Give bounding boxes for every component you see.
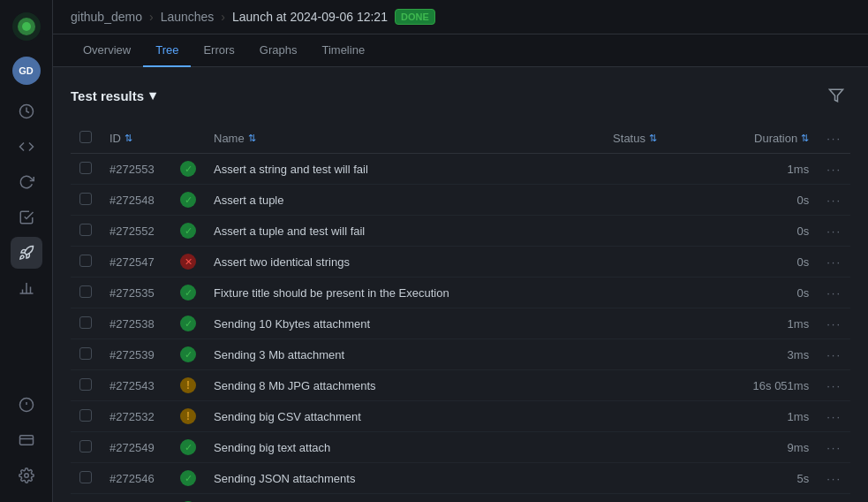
row-checkbox[interactable] (79, 285, 92, 298)
alert-icon[interactable] (11, 389, 42, 421)
row-status-text (604, 370, 701, 401)
row-more[interactable]: ··· (818, 494, 850, 503)
row-duration: 0s (701, 185, 818, 216)
breadcrumb-project[interactable]: github_demo (71, 10, 142, 24)
row-more[interactable]: ··· (818, 401, 850, 432)
avatar[interactable]: GD (12, 57, 41, 85)
duration-sort-icon[interactable]: ⇅ (801, 133, 809, 144)
row-name[interactable]: Fixture title should be present in the E… (205, 278, 604, 308)
row-name[interactable]: Sending 10 Kbytes attachment (205, 308, 604, 339)
table-row: #272532 ! Sending big CSV attachment 1ms… (71, 401, 850, 432)
refresh-icon[interactable] (11, 166, 42, 198)
row-status-icon: ✓ (171, 216, 205, 247)
row-name[interactable]: Sending big CSV attachment (205, 401, 604, 432)
card-icon[interactable] (11, 424, 42, 456)
pass-icon: ✓ (180, 161, 196, 177)
row-checkbox-cell (71, 432, 101, 463)
row-more[interactable]: ··· (818, 247, 850, 278)
row-name[interactable]: Assert a tuple and test will fail (205, 216, 604, 247)
row-name[interactable]: Assert a tuple (205, 185, 604, 216)
column-options-icon[interactable]: ··· (826, 132, 842, 145)
table-row: #272546 ✓ Sending JSON attachments 5s ··… (71, 463, 850, 494)
row-more[interactable]: ··· (818, 185, 850, 216)
table-row: #272538 ✓ Sending 10 Kbytes attachment 1… (71, 308, 850, 339)
table-row: #272547 ✕ Assert two identical strings 0… (71, 247, 850, 278)
row-checkbox[interactable] (79, 193, 92, 205)
th-status-icon (171, 124, 205, 154)
row-duration: 3ms (701, 339, 818, 370)
row-checkbox[interactable] (79, 255, 92, 267)
th-id: ID ⇅ (101, 124, 171, 154)
row-checkbox[interactable] (79, 224, 92, 236)
row-name[interactable]: Assert a string and test will fail (205, 154, 604, 185)
row-duration: 5s (701, 463, 818, 494)
filter-button[interactable] (822, 81, 850, 110)
tab-tree[interactable]: Tree (143, 34, 191, 67)
select-all-checkbox[interactable] (79, 131, 92, 143)
row-more[interactable]: ··· (818, 463, 850, 494)
row-name[interactable]: Sending medium CSV attachment (205, 494, 604, 503)
row-id[interactable]: #272543 (101, 370, 171, 401)
table-row: #272543 ! Sending 8 Mb JPG attachments 1… (71, 370, 850, 401)
clock-icon[interactable] (11, 95, 42, 127)
fail-icon: ✕ (180, 254, 196, 270)
row-id[interactable]: #272538 (101, 308, 171, 339)
row-checkbox-cell (71, 339, 101, 370)
tasks-icon[interactable] (11, 202, 42, 233)
row-checkbox[interactable] (79, 316, 92, 329)
rocket-icon[interactable] (11, 237, 42, 269)
breadcrumb: github_demo › Launches › Launch at 2024-… (71, 9, 435, 25)
row-more[interactable]: ··· (818, 278, 850, 308)
row-id[interactable]: #272548 (101, 185, 171, 216)
tab-errors[interactable]: Errors (191, 34, 246, 67)
id-sort-icon[interactable]: ⇅ (125, 133, 132, 144)
tab-overview[interactable]: Overview (71, 34, 143, 67)
app-logo[interactable] (11, 11, 42, 42)
row-name[interactable]: Sending 3 Mb attachment (205, 339, 604, 370)
row-id[interactable]: #272547 (101, 247, 171, 278)
row-checkbox-cell (71, 247, 101, 278)
row-id[interactable]: #272539 (101, 339, 171, 370)
row-id[interactable]: #272553 (101, 154, 171, 185)
row-more[interactable]: ··· (818, 339, 850, 370)
row-status-icon: ✓ (171, 154, 205, 185)
breadcrumb-sep-1: › (149, 10, 154, 24)
row-id[interactable]: #272549 (101, 432, 171, 463)
row-id[interactable]: #272552 (101, 216, 171, 247)
row-id[interactable]: #272537 (101, 494, 171, 503)
row-name[interactable]: Sending big text attach (205, 432, 604, 463)
row-checkbox[interactable] (79, 378, 92, 391)
breadcrumb-section[interactable]: Launches (161, 10, 215, 24)
row-more[interactable]: ··· (818, 432, 850, 463)
tab-timeline[interactable]: Timeline (309, 34, 377, 67)
row-status-icon: ✕ (171, 247, 205, 278)
status-sort-icon[interactable]: ⇅ (649, 133, 657, 144)
row-more[interactable]: ··· (818, 308, 850, 339)
tab-graphs[interactable]: Graphs (247, 34, 310, 67)
chart-icon[interactable] (11, 272, 42, 304)
row-more[interactable]: ··· (818, 154, 850, 185)
row-checkbox[interactable] (79, 162, 92, 174)
results-title-button[interactable]: Test results ▾ (71, 87, 156, 103)
row-more[interactable]: ··· (818, 370, 850, 401)
th-id-label: ID (109, 132, 121, 145)
row-more[interactable]: ··· (818, 216, 850, 247)
row-id[interactable]: #272532 (101, 401, 171, 432)
row-name[interactable]: Sending 8 Mb JPG attachments (205, 370, 604, 401)
row-name[interactable]: Assert two identical strings (205, 247, 604, 278)
row-checkbox[interactable] (79, 347, 92, 360)
name-sort-icon[interactable]: ⇅ (248, 133, 256, 144)
table-row: #272553 ✓ Assert a string and test will … (71, 154, 850, 185)
settings-icon[interactable] (11, 460, 42, 491)
row-checkbox[interactable] (79, 471, 92, 483)
pass-icon: ✓ (180, 285, 196, 300)
row-checkbox[interactable] (79, 409, 92, 422)
row-id[interactable]: #272535 (101, 278, 171, 308)
row-id[interactable]: #272546 (101, 463, 171, 494)
row-checkbox[interactable] (79, 440, 92, 453)
row-name[interactable]: Sending JSON attachments (205, 463, 604, 494)
code-icon[interactable] (11, 131, 42, 163)
row-duration: 1ms (701, 154, 818, 185)
th-more: ··· (818, 124, 850, 154)
th-name: Name ⇅ (205, 124, 604, 154)
